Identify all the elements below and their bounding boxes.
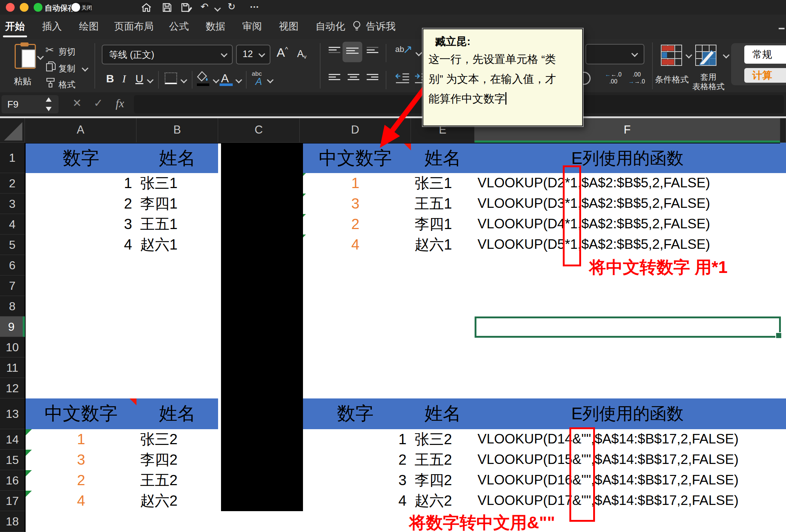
cell-A2[interactable]: 1 — [25, 173, 137, 194]
align-top-icon[interactable] — [329, 45, 340, 55]
cell-D15[interactable]: 2 — [300, 450, 412, 471]
grow-font-button[interactable]: A^ — [277, 45, 288, 60]
tab-告诉我[interactable]: 告诉我 — [366, 20, 396, 33]
cell-A1[interactable]: 数字 — [25, 143, 137, 174]
align-left-icon[interactable] — [329, 72, 340, 82]
cell-A12[interactable] — [25, 378, 137, 399]
underline-chevron-icon[interactable] — [147, 76, 153, 83]
tab-开始[interactable]: 开始 — [5, 20, 25, 33]
cell-E11[interactable] — [411, 357, 475, 379]
ribbon-collapse-indicator[interactable] — [779, 28, 785, 29]
phonetic-guide-icon[interactable]: abcA — [252, 70, 262, 87]
row-header-3[interactable]: 3 — [0, 194, 25, 214]
cell-A14[interactable]: 1 — [25, 429, 137, 450]
cell-A6[interactable] — [25, 255, 137, 276]
cell-D8[interactable] — [300, 296, 412, 317]
cell-D9[interactable] — [300, 316, 412, 338]
name-box-stepper[interactable] — [45, 97, 53, 118]
align-middle-icon[interactable] — [346, 46, 359, 55]
tab-绘图[interactable]: 绘图 — [79, 20, 99, 33]
row-header-16[interactable]: 16 — [0, 470, 25, 491]
cell-D10[interactable] — [300, 337, 412, 358]
cell-D3[interactable]: 3 — [300, 194, 412, 215]
cell-style-normal[interactable]: 常规 — [744, 45, 786, 64]
row-header-12[interactable]: 12 — [0, 378, 25, 398]
copy-button[interactable]: 复制 — [59, 63, 75, 74]
cell-D13[interactable]: 数字 — [300, 398, 412, 430]
comment-popup[interactable]: 臧立昆: 这一行，先设置单元格 “类 别” 为文本，在输入值，才 能算作中文数字 — [423, 29, 583, 126]
align-bottom-icon[interactable] — [367, 45, 378, 55]
italic-button[interactable]: I — [122, 72, 126, 85]
cell-F4[interactable]: VLOOKUP(D4*1,$A$2:$B$5,2,FALSE) — [475, 214, 781, 235]
cell-A8[interactable] — [25, 296, 137, 317]
fill-handle[interactable] — [775, 332, 782, 339]
tab-审阅[interactable]: 审阅 — [242, 20, 262, 33]
cell-F17[interactable]: VLOOKUP(D17&"",$A$14:$B$17,2,FALSE) — [475, 491, 781, 512]
cell-D5[interactable]: 4 — [300, 235, 412, 256]
cell-F12[interactable] — [475, 378, 781, 399]
cell-F11[interactable] — [475, 357, 781, 379]
paste-icon[interactable] — [15, 44, 36, 69]
fill-color-icon[interactable] — [197, 71, 209, 83]
cell-B4[interactable]: 王五1 — [136, 214, 219, 235]
paste-chevron-icon[interactable] — [37, 53, 44, 60]
format-as-table-icon[interactable] — [695, 45, 716, 67]
borders-icon[interactable] — [165, 72, 177, 84]
cell-E15[interactable]: 王五2 — [411, 450, 475, 471]
borders-chevron-icon[interactable] — [180, 76, 187, 83]
select-all-corner[interactable] — [0, 118, 25, 143]
copy-chevron-icon[interactable] — [82, 65, 88, 71]
cell-B1[interactable]: 姓名 — [136, 143, 219, 174]
cell-A3[interactable]: 2 — [25, 194, 137, 215]
column-header-B[interactable]: B — [136, 118, 218, 143]
cell-E8[interactable] — [411, 296, 475, 317]
cell-A16[interactable]: 2 — [25, 470, 137, 491]
row-header-13[interactable]: 13 — [0, 398, 25, 429]
more-commands-icon[interactable]: … — [250, 0, 259, 10]
cell-D11[interactable] — [300, 357, 412, 379]
decrease-decimal-button[interactable]: .00 →→.0 — [626, 71, 647, 85]
fill-color-chevron-icon[interactable] — [213, 76, 219, 83]
cell-B17[interactable]: 赵六2 — [136, 491, 219, 512]
cell-D6[interactable] — [300, 255, 412, 276]
tab-插入[interactable]: 插入 — [42, 20, 62, 33]
font-color-chevron-icon[interactable] — [235, 76, 242, 83]
cell-D2[interactable]: 1 — [300, 173, 412, 194]
cell-A9[interactable] — [25, 316, 137, 338]
column-header-A[interactable]: A — [25, 118, 136, 143]
cell-A15[interactable]: 3 — [25, 450, 137, 471]
cell-F3[interactable]: VLOOKUP(D3*1,$A$2:$B$5,2,FALSE) — [475, 194, 781, 215]
conditional-formatting-chevron-icon[interactable] — [685, 52, 692, 58]
cell-E12[interactable] — [411, 378, 475, 399]
cell-E7[interactable] — [411, 276, 475, 297]
row-header-2[interactable]: 2 — [0, 173, 25, 194]
tab-自动化[interactable]: 自动化 — [315, 20, 345, 33]
row-header-10[interactable]: 10 — [0, 337, 25, 357]
cell-B14[interactable]: 张三2 — [136, 429, 219, 450]
cell-B2[interactable]: 张三1 — [136, 173, 219, 194]
cell-F13[interactable]: E列使用的函数 — [475, 398, 781, 430]
cell-A18[interactable] — [25, 511, 137, 532]
cell-F16[interactable]: VLOOKUP(D16&"",$A$14:$B$17,2,FALSE) — [475, 470, 781, 491]
row-header-1[interactable]: 1 — [0, 143, 25, 173]
cell-F10[interactable] — [475, 337, 781, 358]
cell-B10[interactable] — [136, 337, 219, 358]
cell-C18[interactable] — [218, 511, 300, 532]
cell-D18[interactable] — [300, 511, 412, 532]
cell-E3[interactable]: 王五1 — [411, 194, 475, 215]
font-size-select[interactable]: 12 — [236, 45, 270, 64]
row-header-18[interactable]: 18 — [0, 511, 25, 532]
decrease-indent-icon[interactable] — [395, 72, 410, 87]
cell-B7[interactable] — [136, 276, 219, 297]
increase-decimal-button[interactable]: ←←.0 .00 — [603, 71, 624, 85]
cell-A5[interactable]: 4 — [25, 235, 137, 256]
cell-E14[interactable]: 张三2 — [411, 429, 475, 450]
cut-icon[interactable]: ✂ — [45, 44, 54, 56]
align-right-icon[interactable] — [367, 72, 378, 82]
cell-A17[interactable]: 4 — [25, 491, 137, 512]
cell-E13[interactable]: 姓名 — [411, 398, 475, 430]
row-header-8[interactable]: 8 — [0, 296, 25, 316]
minimize-window-button[interactable] — [20, 3, 29, 12]
number-format-select[interactable] — [585, 44, 644, 64]
cell-D4[interactable]: 2 — [300, 214, 412, 235]
